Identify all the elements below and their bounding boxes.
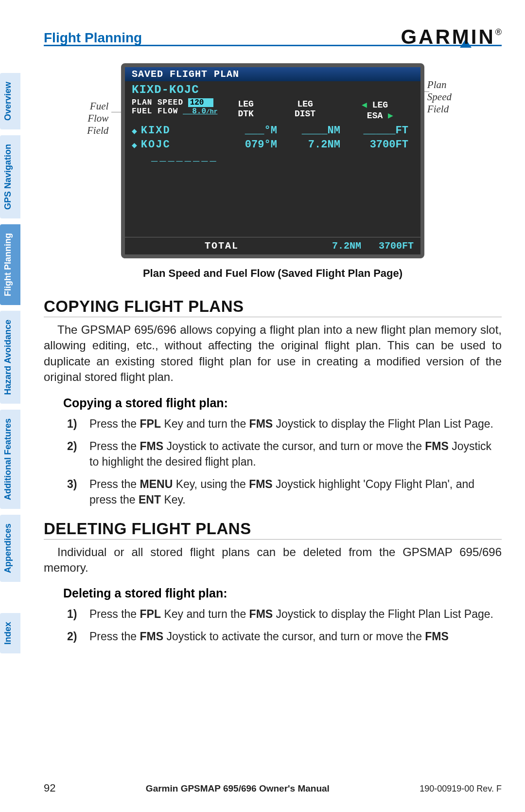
- step-body: Press the MENU Key, using the FMS Joysti…: [89, 476, 502, 507]
- registered-mark: ®: [495, 27, 502, 37]
- step-body: Press the FPL Key and turn the FMS Joyst…: [89, 606, 502, 622]
- waypoint-row: ◆ KOJC 079°M 7.2NM 3700FT: [132, 138, 414, 152]
- leg-esa-value: 3700FT: [340, 139, 408, 151]
- total-esa: 3700FT: [379, 240, 414, 252]
- copying-paragraph: The GPSMAP 695/696 allows copying a flig…: [44, 322, 502, 385]
- tab-index[interactable]: Index: [0, 613, 20, 653]
- leg-esa-value: _____FT: [340, 125, 408, 137]
- device-titlebar: SAVED FLIGHT PLAN: [125, 67, 420, 81]
- leg-dtk-value: 079°M: [219, 139, 277, 151]
- waypoint-row: ◆ KIXD ___°M ____NM _____FT: [132, 124, 414, 138]
- step-number: 2): [67, 438, 89, 469]
- waypoint-icon: ◆: [132, 126, 137, 136]
- step-body: Press the FMS Joystick to activate the c…: [89, 629, 502, 644]
- step-number: 1): [67, 606, 89, 622]
- leg-dist-value: 7.2NM: [277, 139, 340, 151]
- heading-copying: COPYING FLIGHT PLANS: [44, 297, 502, 317]
- total-values: 7.2NM 3700FT: [332, 240, 414, 252]
- waypoint-id: KIXD: [141, 125, 219, 137]
- fuel-flow-label: FUEL FLOW: [132, 107, 178, 116]
- total-dist: 7.2NM: [332, 240, 361, 252]
- step-body: Press the FMS Joystick to activate the c…: [89, 438, 502, 469]
- step-body: Press the FPL Key and turn the FMS Joyst…: [89, 416, 502, 432]
- step-number: 3): [67, 476, 89, 507]
- deleting-steps: 1) Press the FPL Key and turn the FMS Jo…: [67, 606, 502, 644]
- copying-subheading: Copying a stored flight plan:: [63, 396, 502, 410]
- page-number: 92: [44, 782, 55, 794]
- step-item: 2) Press the FMS Joystick to activate th…: [67, 629, 502, 644]
- step-item: 3) Press the MENU Key, using the FMS Joy…: [67, 476, 502, 507]
- total-label: TOTAL: [205, 240, 239, 252]
- chevron-left-icon: ◀: [362, 100, 367, 110]
- callout-fuel-flow-field: Fuel Flow Field: [87, 100, 108, 137]
- step-item: 1) Press the FPL Key and turn the FMS Jo…: [67, 416, 502, 432]
- deleting-subheading: Deleting a stored flight plan:: [63, 586, 502, 600]
- callout-text: Field: [87, 125, 108, 136]
- device-route: KIXD-KOJC: [125, 81, 420, 98]
- footer-title: Garmin GPSMAP 695/696 Owner's Manual: [146, 783, 330, 794]
- page-header: Flight Planning GARMIN®: [44, 22, 502, 46]
- plan-speed-label: PLAN SPEED: [132, 98, 183, 107]
- leg-dist-value: ____NM: [277, 125, 340, 137]
- step-item: 2) Press the FMS Joystick to activate th…: [67, 438, 502, 469]
- tab-spacer: [0, 588, 20, 607]
- step-number: 1): [67, 416, 89, 432]
- col-leg-dist: LEGDIST: [295, 99, 315, 121]
- callout-text: Plan: [427, 79, 447, 90]
- gps-device-screen: SAVED FLIGHT PLAN KIXD-KOJC PLAN SPEED 1…: [121, 63, 424, 258]
- tab-flight-planning[interactable]: Flight Planning: [0, 224, 20, 305]
- callout-text: Speed: [427, 91, 452, 103]
- tab-overview[interactable]: Overview: [0, 73, 20, 129]
- section-title: Flight Planning: [44, 30, 142, 46]
- waypoint-icon: ◆: [132, 140, 137, 150]
- header-underline: [44, 45, 502, 46]
- main-content: Fuel Flow Field Plan Speed Field SAVED F…: [44, 63, 502, 656]
- footer-revision: 190-00919-00 Rev. F: [420, 784, 502, 794]
- heading-deleting: DELETING FLIGHT PLANS: [44, 520, 502, 540]
- deleting-paragraph: Individual or all stored flight plans ca…: [44, 544, 502, 576]
- plan-speed-value: 120KT: [188, 98, 213, 107]
- entry-dashes: ________: [132, 152, 414, 164]
- step-number: 2): [67, 629, 89, 644]
- callout-text: Flow: [88, 112, 108, 124]
- waypoint-id: KOJC: [141, 139, 219, 151]
- tab-appendices[interactable]: Appendices: [0, 515, 20, 582]
- tab-gps-navigation[interactable]: GPS Navigation: [0, 135, 20, 218]
- callout-plan-speed-field: Plan Speed Field: [427, 79, 452, 116]
- side-tabs: Overview GPS Navigation Flight Planning …: [0, 73, 28, 659]
- col-leg-esa: ◀ LEG ESA ▶: [356, 99, 393, 121]
- copying-steps: 1) Press the FPL Key and turn the FMS Jo…: [67, 416, 502, 508]
- leg-dtk-value: ___°M: [219, 125, 277, 137]
- device-waypoint-rows: ◆ KIXD ___°M ____NM _____FT ◆ KOJC 079°M…: [125, 121, 420, 164]
- callout-text: Fuel: [90, 100, 108, 112]
- fuel-flow-value: 8.0/hr: [183, 107, 217, 116]
- callout-text: Field: [427, 103, 449, 115]
- device-total-row: TOTAL 7.2NM 3700FT: [125, 237, 420, 254]
- tab-additional-features[interactable]: Additional Features: [0, 410, 20, 509]
- figure-caption: Plan Speed and Fuel Flow (Saved Flight P…: [44, 267, 502, 280]
- tab-hazard-avoidance[interactable]: Hazard Avoidance: [0, 311, 20, 404]
- page-footer: 92 Garmin GPSMAP 695/696 Owner's Manual …: [44, 782, 502, 794]
- chevron-right-icon: ▶: [388, 111, 393, 121]
- col-leg-dtk: LEGDTK: [238, 99, 253, 121]
- device-figure: Fuel Flow Field Plan Speed Field SAVED F…: [117, 63, 428, 258]
- step-item: 1) Press the FPL Key and turn the FMS Jo…: [67, 606, 502, 622]
